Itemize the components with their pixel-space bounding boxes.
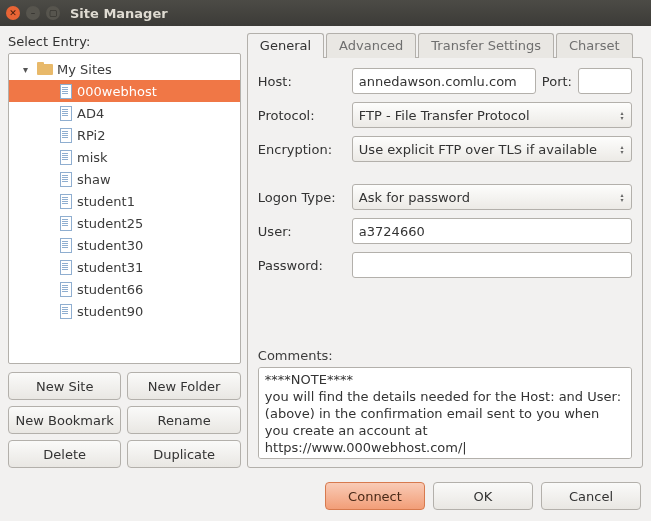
combo-stepper-icon: ▴▾ <box>617 110 627 120</box>
tab-charset[interactable]: Charset <box>556 33 633 58</box>
tree-site-item[interactable]: misk <box>9 146 240 168</box>
close-icon[interactable]: ✕ <box>6 6 20 20</box>
ok-button[interactable]: OK <box>433 482 533 510</box>
connect-button[interactable]: Connect <box>325 482 425 510</box>
protocol-value: FTP - File Transfer Protocol <box>359 108 530 123</box>
encryption-combo[interactable]: Use explicit FTP over TLS if available ▴… <box>352 136 632 162</box>
tree-site-label: student31 <box>77 260 143 275</box>
tree-site-item[interactable]: 000webhost <box>9 80 240 102</box>
minimize-icon[interactable]: – <box>26 6 40 20</box>
tree-site-label: RPi2 <box>77 128 105 143</box>
new-folder-button[interactable]: New Folder <box>127 372 240 400</box>
tab-bar: General Advanced Transfer Settings Chars… <box>247 32 643 57</box>
tree-site-label: student25 <box>77 216 143 231</box>
site-icon <box>57 216 73 230</box>
titlebar: ✕ – ▢ Site Manager <box>0 0 651 26</box>
user-input[interactable] <box>352 218 632 244</box>
tree-site-label: student30 <box>77 238 143 253</box>
tree-site-label: AD4 <box>77 106 104 121</box>
select-entry-label: Select Entry: <box>8 34 241 49</box>
duplicate-button[interactable]: Duplicate <box>127 440 240 468</box>
tree-root[interactable]: ▾ My Sites <box>9 58 240 80</box>
logon-type-value: Ask for password <box>359 190 470 205</box>
window-title: Site Manager <box>70 6 168 21</box>
tree-site-item[interactable]: shaw <box>9 168 240 190</box>
folder-icon <box>37 62 53 76</box>
protocol-combo[interactable]: FTP - File Transfer Protocol ▴▾ <box>352 102 632 128</box>
tab-transfer-settings[interactable]: Transfer Settings <box>418 33 554 58</box>
comments-label: Comments: <box>258 348 632 363</box>
tree-root-label: My Sites <box>57 62 112 77</box>
logon-type-combo[interactable]: Ask for password ▴▾ <box>352 184 632 210</box>
host-label: Host: <box>258 74 346 89</box>
port-label: Port: <box>542 74 572 89</box>
rename-button[interactable]: Rename <box>127 406 240 434</box>
site-icon <box>57 260 73 274</box>
cancel-button[interactable]: Cancel <box>541 482 641 510</box>
tree-site-item[interactable]: RPi2 <box>9 124 240 146</box>
comments-textarea[interactable] <box>258 367 632 459</box>
chevron-down-icon[interactable]: ▾ <box>23 64 33 74</box>
port-input[interactable] <box>578 68 632 94</box>
password-input <box>352 252 632 278</box>
site-icon <box>57 282 73 296</box>
site-icon <box>57 106 73 120</box>
new-bookmark-button[interactable]: New Bookmark <box>8 406 121 434</box>
new-site-button[interactable]: New Site <box>8 372 121 400</box>
tree-site-label: 000webhost <box>77 84 157 99</box>
site-icon <box>57 128 73 142</box>
delete-button[interactable]: Delete <box>8 440 121 468</box>
tree-site-item[interactable]: student90 <box>9 300 240 322</box>
encryption-value: Use explicit FTP over TLS if available <box>359 142 597 157</box>
tree-site-label: misk <box>77 150 108 165</box>
tree-site-item[interactable]: student30 <box>9 234 240 256</box>
tree-site-item[interactable]: AD4 <box>9 102 240 124</box>
combo-stepper-icon: ▴▾ <box>617 192 627 202</box>
dialog-button-bar: Connect OK Cancel <box>0 476 651 518</box>
tree-site-item[interactable]: student25 <box>9 212 240 234</box>
tree-site-label: student90 <box>77 304 143 319</box>
site-icon <box>57 194 73 208</box>
logon-type-label: Logon Type: <box>258 190 346 205</box>
tree-site-label: student66 <box>77 282 143 297</box>
site-icon <box>57 304 73 318</box>
site-icon <box>57 238 73 252</box>
tree-site-item[interactable]: student1 <box>9 190 240 212</box>
tab-body-general: Host: Port: Protocol: FTP - File Transfe… <box>247 57 643 468</box>
site-icon <box>57 172 73 186</box>
host-input[interactable] <box>352 68 536 94</box>
tab-advanced[interactable]: Advanced <box>326 33 416 58</box>
tree-site-item[interactable]: student66 <box>9 278 240 300</box>
site-icon <box>57 150 73 164</box>
site-icon <box>57 84 73 98</box>
encryption-label: Encryption: <box>258 142 346 157</box>
tab-general[interactable]: General <box>247 33 324 58</box>
tree-site-item[interactable]: student31 <box>9 256 240 278</box>
password-label: Password: <box>258 258 346 273</box>
tree-site-label: student1 <box>77 194 135 209</box>
maximize-icon[interactable]: ▢ <box>46 6 60 20</box>
user-label: User: <box>258 224 346 239</box>
site-tree[interactable]: ▾ My Sites 000webhostAD4RPi2miskshawstud… <box>8 53 241 364</box>
protocol-label: Protocol: <box>258 108 346 123</box>
tree-site-label: shaw <box>77 172 111 187</box>
combo-stepper-icon: ▴▾ <box>617 144 627 154</box>
